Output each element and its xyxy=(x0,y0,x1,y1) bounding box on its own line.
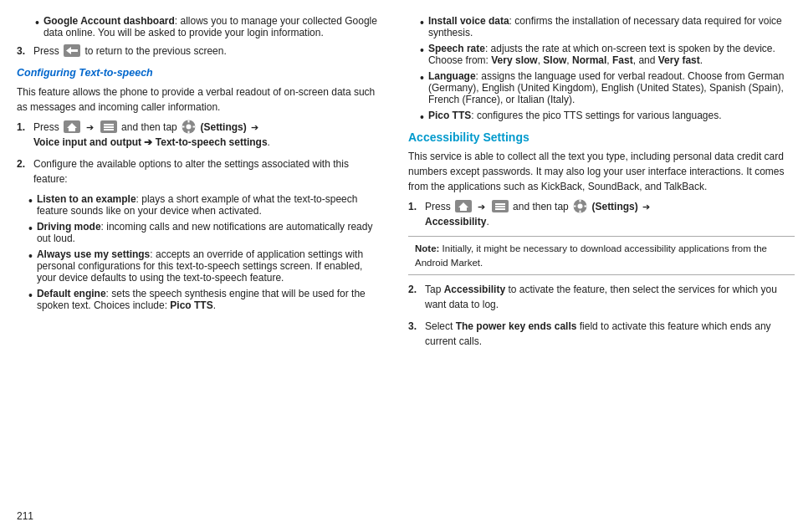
accessibility-intro: This service is able to collect all the … xyxy=(408,149,795,194)
step-content: Tap Accessibility to activate the featur… xyxy=(425,282,795,312)
tts-sub-bullets: • Listen to an example: plays a short ex… xyxy=(17,193,381,311)
step-3-back: 3. Press to return to the previous scree… xyxy=(17,43,381,59)
bullet-icon: • xyxy=(420,70,424,87)
list-item: • Always use my settings: accepts an ove… xyxy=(22,248,381,284)
bullet-icon: • xyxy=(28,288,33,304)
right-column: • Install voice data: confirms the insta… xyxy=(402,15,795,517)
bullet-icon: • xyxy=(28,221,33,238)
tts-step2: 2. Configure the available options to al… xyxy=(17,156,381,187)
acc-step2: 2. Tap Accessibility to activate the fea… xyxy=(408,282,795,312)
bullet-icon: • xyxy=(28,193,33,210)
list-item: • Google Account dashboard: allows you t… xyxy=(28,15,381,38)
step-content: Press ➔ and then tap xyxy=(33,120,381,150)
svg-rect-19 xyxy=(495,206,505,207)
svg-rect-24 xyxy=(580,210,581,212)
list-item: • Speech rate: adjusts the rate at which… xyxy=(413,43,795,66)
svg-rect-12 xyxy=(188,131,190,134)
step-number: 1. xyxy=(408,199,425,214)
section-title-accessibility: Accessibility Settings xyxy=(408,130,795,144)
home-icon xyxy=(64,120,80,133)
svg-rect-8 xyxy=(104,129,114,130)
step-number: 3. xyxy=(408,319,425,334)
svg-rect-25 xyxy=(574,205,576,207)
step-number: 1. xyxy=(17,120,33,135)
right-top-bullets: • Install voice data: confirms the insta… xyxy=(408,15,795,126)
left-column: • Google Account dashboard: allows you t… xyxy=(17,15,402,517)
acc-step3: 3. Select The power key ends calls field… xyxy=(408,319,795,349)
svg-rect-23 xyxy=(580,199,581,202)
page-number: 211 xyxy=(17,510,33,522)
step-content: Press ➔ and then tap xyxy=(425,199,795,229)
list-item: • Default engine: sets the speech synthe… xyxy=(22,288,381,311)
settings-icon xyxy=(182,120,196,134)
bullet-icon: • xyxy=(420,110,424,126)
list-item: • Install voice data: confirms the insta… xyxy=(413,15,795,38)
acc-step1: 1. Press ➔ and then tap xyxy=(408,199,795,229)
svg-point-22 xyxy=(578,203,583,208)
menu-icon xyxy=(100,120,117,133)
svg-rect-18 xyxy=(495,203,505,205)
tts-intro: This feature allows the phone to provide… xyxy=(17,84,381,115)
list-item: • Language: assigns the language used fo… xyxy=(413,70,795,105)
svg-rect-6 xyxy=(104,124,114,125)
note-box: Note: Initially, it might be necessary t… xyxy=(408,236,795,275)
svg-rect-2 xyxy=(71,49,78,52)
step-number: 2. xyxy=(17,156,33,171)
svg-point-10 xyxy=(187,125,192,130)
bullet-text: Google Account dashboard: allows you to … xyxy=(43,15,381,38)
svg-rect-26 xyxy=(585,205,587,207)
tts-step1: 1. Press ➔ and then tap xyxy=(17,120,381,150)
list-item: • Driving mode: incoming calls and new n… xyxy=(22,221,381,244)
back-icon xyxy=(64,44,80,57)
section-title-tts: Configuring Text-to-speech xyxy=(17,67,381,79)
note-text: Initially, it might be necessary to down… xyxy=(415,243,767,268)
bullet-icon: • xyxy=(35,15,39,32)
bullet-icon: • xyxy=(420,15,424,32)
step-content: Press to return to the previous screen. xyxy=(33,43,381,59)
step-number: 3. xyxy=(17,43,33,59)
svg-rect-11 xyxy=(188,120,190,123)
step-number: 2. xyxy=(408,282,425,297)
bullet-icon: • xyxy=(420,43,424,59)
bullet-icon: • xyxy=(28,248,33,265)
menu-icon xyxy=(492,200,509,212)
note-label: Note: xyxy=(415,243,439,253)
settings-icon xyxy=(573,199,587,213)
svg-rect-14 xyxy=(193,126,196,128)
svg-rect-20 xyxy=(495,208,505,210)
step-content: Select The power key ends calls field to… xyxy=(425,319,795,349)
svg-rect-13 xyxy=(182,126,185,128)
svg-rect-7 xyxy=(104,126,114,128)
list-item: • Pico TTS: configures the pico TTS sett… xyxy=(413,110,795,126)
list-item: • Listen to an example: plays a short ex… xyxy=(22,193,381,217)
home-icon xyxy=(455,200,472,212)
